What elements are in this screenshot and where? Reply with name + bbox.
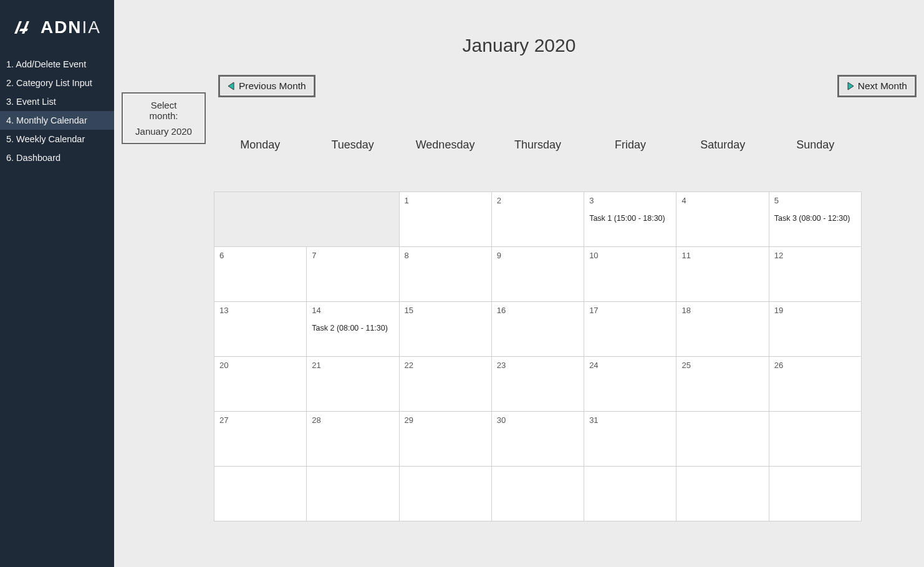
- next-month-label: Next Month: [858, 80, 907, 92]
- day-number: 31: [589, 415, 671, 425]
- page-title: January 2020: [114, 35, 924, 56]
- calendar-cell: [214, 192, 307, 247]
- day-number: 7: [312, 251, 393, 260]
- day-number: 29: [405, 415, 486, 425]
- sidebar: ADNIA 1. Add/Delete Event2. Category Lis…: [0, 0, 114, 567]
- calendar-cell[interactable]: 1: [400, 192, 492, 247]
- day-number: 11: [681, 251, 763, 260]
- calendar-cell[interactable]: 27: [214, 412, 307, 467]
- day-number: 10: [589, 251, 671, 260]
- calendar-cell[interactable]: 24: [584, 357, 676, 412]
- day-number: 13: [219, 306, 301, 315]
- day-number: 28: [312, 415, 393, 425]
- calendar-cell[interactable]: 22: [400, 357, 492, 412]
- calendar-cell[interactable]: 3Task 1 (15:00 - 18:30): [584, 192, 676, 247]
- calendar-cell[interactable]: 10: [584, 247, 676, 302]
- day-number: 4: [681, 196, 763, 205]
- sidebar-item-5[interactable]: 6. Dashboard: [0, 148, 114, 167]
- calendar-cell[interactable]: 26: [769, 357, 862, 412]
- day-number: 30: [497, 415, 579, 425]
- calendar-cell[interactable]: 30: [492, 412, 584, 467]
- calendar-cell[interactable]: 13: [214, 302, 307, 357]
- calendar-cell[interactable]: 28: [307, 412, 399, 467]
- calendar-cell: [214, 467, 307, 521]
- day-number: 22: [405, 361, 486, 370]
- calendar-cell[interactable]: 5Task 3 (08:00 - 12:30): [769, 192, 862, 247]
- calendar-cell[interactable]: 7: [307, 247, 399, 302]
- month-select-box[interactable]: Select month: January 2020: [122, 92, 206, 144]
- day-number: 6: [219, 251, 301, 260]
- weekday-header: Thursday: [491, 135, 584, 182]
- calendar-cell: [769, 467, 862, 521]
- calendar-cell[interactable]: 2: [492, 192, 584, 247]
- brand-mark-icon: [13, 20, 34, 35]
- calendar-cell[interactable]: 11: [676, 247, 769, 302]
- sidebar-item-1[interactable]: 2. Category List Input: [0, 74, 114, 92]
- sidebar-item-0[interactable]: 1. Add/Delete Event: [0, 55, 114, 74]
- day-number: 21: [312, 361, 393, 370]
- triangle-left-icon: [228, 82, 235, 90]
- day-number: 15: [405, 306, 486, 315]
- brand-logo: ADNIA: [0, 0, 114, 55]
- day-number: 9: [497, 251, 579, 260]
- calendar-cell[interactable]: 20: [214, 357, 307, 412]
- day-number: 16: [497, 306, 579, 315]
- calendar-cell: [584, 467, 676, 521]
- prev-month-button[interactable]: Previous Month: [218, 75, 315, 97]
- day-number: 27: [219, 415, 301, 425]
- calendar-cell[interactable]: 31: [584, 412, 676, 467]
- calendar-area: MondayTuesdayWednesdayThursdayFridaySatu…: [214, 135, 862, 521]
- calendar-event[interactable]: Task 2 (08:00 - 11:30): [312, 324, 393, 332]
- day-number: 5: [774, 196, 856, 205]
- calendar-event[interactable]: Task 1 (15:00 - 18:30): [589, 214, 671, 223]
- next-month-button[interactable]: Next Month: [837, 75, 917, 97]
- weekday-header: Saturday: [676, 135, 769, 182]
- calendar-grid: 123Task 1 (15:00 - 18:30)45Task 3 (08:00…: [214, 191, 862, 521]
- calendar-cell: [492, 467, 584, 521]
- calendar-cell[interactable]: 19: [769, 302, 862, 357]
- svg-marker-0: [228, 82, 234, 90]
- day-number: 8: [405, 251, 486, 260]
- calendar-cell[interactable]: 16: [492, 302, 584, 357]
- brand-wordmark: ADNIA: [41, 17, 101, 37]
- month-select-value: January 2020: [135, 126, 192, 137]
- sidebar-item-3[interactable]: 4. Monthly Calendar: [0, 111, 114, 130]
- calendar-cell[interactable]: 12: [769, 247, 862, 302]
- day-number: 3: [589, 196, 671, 205]
- calendar-cell: [676, 412, 769, 467]
- calendar-cell[interactable]: 17: [584, 302, 676, 357]
- sidebar-item-2[interactable]: 3. Event List: [0, 92, 114, 111]
- day-number: 25: [681, 361, 763, 370]
- calendar-cell[interactable]: 25: [676, 357, 769, 412]
- calendar-cell: [676, 467, 769, 521]
- calendar-cell[interactable]: 4: [676, 192, 769, 247]
- calendar-cell[interactable]: 29: [400, 412, 492, 467]
- calendar-cell[interactable]: 8: [400, 247, 492, 302]
- svg-marker-1: [848, 82, 854, 90]
- day-number: 23: [497, 361, 579, 370]
- month-select-label: Select month:: [135, 100, 192, 121]
- day-number: 19: [774, 306, 856, 315]
- controls-row: Select month: January 2020 Previous Mont…: [122, 75, 917, 144]
- calendar-cell[interactable]: 18: [676, 302, 769, 357]
- weekday-header: Tuesday: [306, 135, 398, 182]
- weekday-header: Friday: [584, 135, 676, 182]
- day-number: 20: [219, 361, 301, 370]
- day-number: 2: [497, 196, 579, 205]
- triangle-right-icon: [847, 82, 854, 90]
- calendar-cell[interactable]: 9: [492, 247, 584, 302]
- day-number: 17: [589, 306, 671, 315]
- calendar-cell[interactable]: 6: [214, 247, 307, 302]
- calendar-cell: [769, 412, 862, 467]
- calendar-cell[interactable]: 14Task 2 (08:00 - 11:30): [307, 302, 399, 357]
- day-number: 14: [312, 306, 393, 315]
- calendar-event[interactable]: Task 3 (08:00 - 12:30): [774, 214, 856, 223]
- day-number: 18: [681, 306, 763, 315]
- sidebar-item-4[interactable]: 5. Weekly Calendar: [0, 130, 114, 148]
- main-content: January 2020 Select month: January 2020 …: [114, 0, 924, 567]
- calendar-cell[interactable]: 21: [307, 357, 399, 412]
- calendar-cell[interactable]: 23: [492, 357, 584, 412]
- calendar-cell[interactable]: 15: [400, 302, 492, 357]
- weekday-header-row: MondayTuesdayWednesdayThursdayFridaySatu…: [214, 135, 862, 182]
- day-number: 26: [774, 361, 856, 370]
